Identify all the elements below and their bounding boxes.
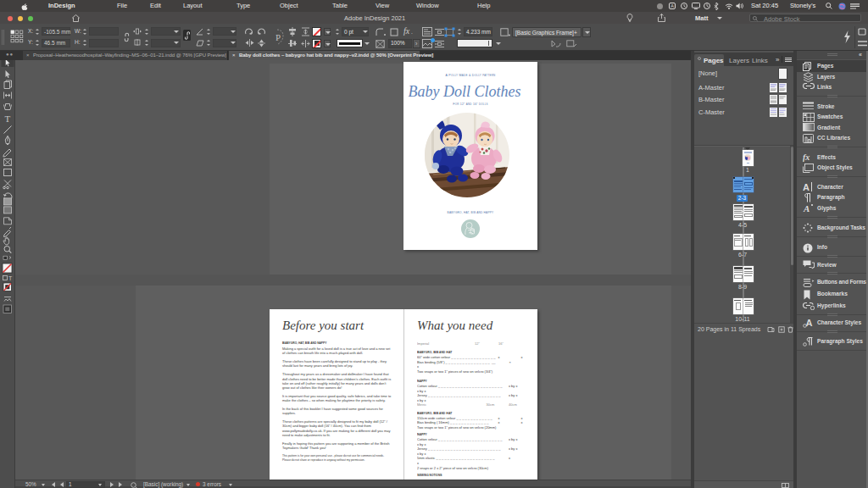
svg-text:A: A [670,3,674,8]
svg-text:T: T [8,275,13,281]
svg-text:A: A [803,203,810,213]
svg-text:A: A [806,318,813,328]
svg-text:P: P [275,32,281,42]
svg-text:A: A [803,182,810,191]
svg-text:T: T [5,114,11,124]
svg-text:fx: fx [803,152,810,162]
